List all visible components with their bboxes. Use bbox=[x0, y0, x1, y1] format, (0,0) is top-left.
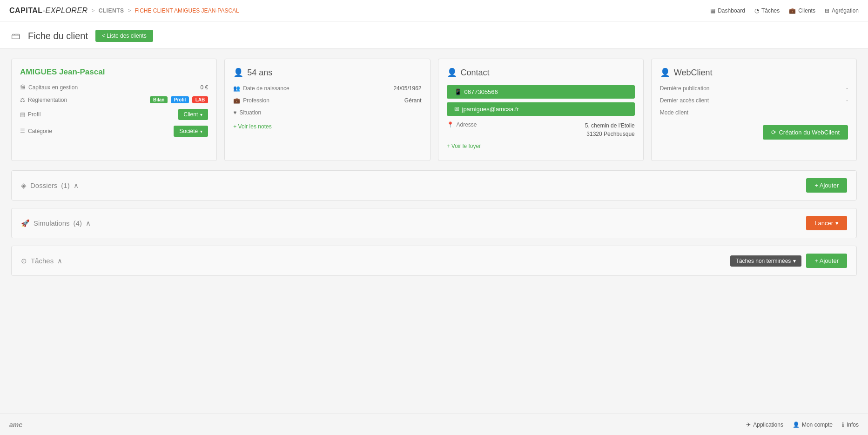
reglementation-icon: ⚖ bbox=[20, 97, 25, 103]
capitaux-label-text: Capitaux en gestion bbox=[28, 84, 78, 91]
infos-icon: ℹ bbox=[842, 422, 844, 428]
webclient-icon: 👤 bbox=[660, 67, 670, 78]
page-title: Fiche du client bbox=[28, 31, 88, 41]
btn-mon-compte[interactable]: 👤 Mon compte bbox=[793, 422, 833, 428]
page-header: 🗃 Fiche du client < Liste des clients bbox=[0, 21, 868, 49]
btn-add-dossier[interactable]: + Ajouter bbox=[806, 178, 847, 193]
badge-profil: Profil bbox=[171, 96, 189, 103]
profil-dropdown[interactable]: Client ▾ bbox=[178, 109, 209, 120]
btn-add-tache[interactable]: + Ajouter bbox=[806, 254, 847, 268]
btn-filter-taches[interactable]: Tâches non terminées ▾ bbox=[730, 255, 802, 267]
address-label-text: Adresse bbox=[457, 121, 477, 128]
nav-clients[interactable]: 💼 Clients bbox=[789, 7, 815, 14]
simulations-header: 🚀 Simulations (4) ∧ Lancer ▾ bbox=[12, 208, 856, 238]
simulations-collapse-icon[interactable]: ∧ bbox=[86, 219, 91, 228]
share-icon: ⟳ bbox=[771, 129, 776, 136]
btn-voir-foyer[interactable]: + Voir le foyer bbox=[447, 143, 635, 149]
address-value: 5, chemin de l'Etoile 31320 Pechbusque bbox=[585, 121, 635, 138]
breadcrumb-current: FICHE CLIENT AMIGUES JEAN-PASCAL bbox=[135, 7, 239, 14]
amc-logo: amc bbox=[9, 421, 22, 428]
applications-icon: ✈ bbox=[746, 422, 751, 428]
applications-label: Applications bbox=[753, 422, 783, 428]
btn-applications[interactable]: ✈ Applications bbox=[746, 422, 783, 428]
btn-list-label: < Liste des clients bbox=[102, 33, 147, 39]
dossiers-title-text: Dossiers bbox=[30, 181, 57, 189]
webclient-title-text: WebClient bbox=[674, 68, 713, 78]
categorie-icon: ☰ bbox=[20, 128, 25, 134]
situation-label-text: Situation bbox=[239, 109, 261, 116]
reglementation-label: ⚖ Réglementation bbox=[20, 97, 67, 103]
btn-launch-simulation[interactable]: Lancer ▾ bbox=[806, 216, 847, 230]
webclient-title: 👤 WebClient bbox=[660, 67, 848, 78]
taches-title: ⊙ Tâches ∧ bbox=[21, 257, 62, 265]
categorie-dropdown[interactable]: Société ▾ bbox=[174, 126, 208, 137]
simulations-section: 🚀 Simulations (4) ∧ Lancer ▾ bbox=[11, 208, 857, 238]
nav-taches-label: Tâches bbox=[761, 7, 780, 14]
taches-section: ⊙ Tâches ∧ Tâches non terminées ▾ + Ajou… bbox=[11, 246, 857, 276]
profession-label: 💼 Profession bbox=[233, 97, 269, 104]
nav-agregation[interactable]: ⊞ Agrégation bbox=[825, 7, 859, 14]
nav-taches[interactable]: ◔ Tâches bbox=[754, 7, 780, 14]
situation-row: ♥ Situation bbox=[233, 109, 421, 116]
derniere-pub-row: Dernière publication - bbox=[660, 85, 848, 92]
btn-voir-notes[interactable]: + Voir les notes bbox=[233, 123, 421, 130]
phone-icon: 📱 bbox=[454, 88, 462, 95]
card-age: 👤 54 ans 👥 Date de naissance 24/05/1962 … bbox=[224, 59, 430, 161]
location-icon: 📍 bbox=[447, 121, 454, 128]
foyer-row: + Voir le foyer bbox=[447, 143, 635, 149]
derniere-pub-value: - bbox=[846, 85, 848, 92]
dernier-acces-value: - bbox=[846, 97, 848, 104]
dernier-acces-row: Dernier accès client - bbox=[660, 97, 848, 104]
btn-launch-label: Lancer bbox=[814, 220, 833, 227]
dob-label: 👥 Date de naissance bbox=[233, 85, 289, 92]
profil-chevron-icon: ▾ bbox=[200, 112, 202, 117]
clock-icon: ◔ bbox=[754, 7, 759, 14]
situation-icon: ♥ bbox=[233, 109, 236, 116]
nav-dashboard-label: Dashboard bbox=[718, 7, 745, 14]
dossiers-count: (1) bbox=[61, 181, 69, 189]
categorie-label: ☰ Catégorie bbox=[20, 128, 52, 134]
profession-value: Gérant bbox=[404, 97, 422, 104]
filter-chevron-icon: ▾ bbox=[793, 258, 796, 264]
situation-label: ♥ Situation bbox=[233, 109, 261, 116]
taches-icon: ⊙ bbox=[21, 257, 27, 265]
profession-row: 💼 Profession Gérant bbox=[233, 97, 421, 104]
nav-agregation-label: Agrégation bbox=[832, 7, 859, 14]
btn-email[interactable]: ✉ jpamigues@amcsa.fr bbox=[447, 102, 635, 116]
dossiers-title: ◈ Dossiers (1) ∧ bbox=[21, 181, 79, 190]
btn-list-clients[interactable]: < Liste des clients bbox=[95, 30, 153, 42]
dossiers-header: ◈ Dossiers (1) ∧ + Ajouter bbox=[12, 171, 856, 200]
simulations-icon: 🚀 bbox=[21, 219, 30, 228]
btn-create-webclient[interactable]: ⟳ Création du WebClient bbox=[763, 125, 848, 140]
dossiers-collapse-icon[interactable]: ∧ bbox=[74, 181, 79, 190]
categorie-chevron-icon: ▾ bbox=[200, 129, 202, 134]
profil-value: Client bbox=[184, 111, 198, 118]
dob-label-text: Date de naissance bbox=[243, 85, 289, 92]
breadcrumb-clients[interactable]: CLIENTS bbox=[99, 7, 124, 14]
top-nav-right: ▦ Dashboard ◔ Tâches 💼 Clients ⊞ Agrégat… bbox=[710, 7, 859, 14]
taches-header: ⊙ Tâches ∧ Tâches non terminées ▾ + Ajou… bbox=[12, 246, 856, 275]
foyer-link-text: + Voir le foyer bbox=[447, 143, 481, 149]
address-row: 📍 Adresse 5, chemin de l'Etoile 31320 Pe… bbox=[447, 121, 635, 138]
briefcase-icon: 💼 bbox=[789, 7, 796, 14]
person-icon: 👤 bbox=[233, 67, 243, 78]
notes-link-text: + Voir les notes bbox=[233, 123, 271, 130]
phone-value: 0677305566 bbox=[464, 88, 498, 95]
profession-icon: 💼 bbox=[233, 97, 240, 104]
taches-collapse-icon[interactable]: ∧ bbox=[57, 257, 62, 265]
client-name: AMIGUES Jean-Pascal bbox=[20, 67, 208, 77]
categorie-row: ☰ Catégorie Société ▾ bbox=[20, 126, 208, 137]
btn-phone[interactable]: 📱 0677305566 bbox=[447, 85, 635, 99]
btn-filter-label: Tâches non terminées bbox=[736, 258, 791, 264]
mode-client-label: Mode client bbox=[660, 109, 688, 116]
profil-row: ▤ Profil Client ▾ bbox=[20, 109, 208, 120]
address-line2: 31320 Pechbusque bbox=[585, 130, 635, 138]
btn-add-tache-label: + Ajouter bbox=[814, 257, 839, 264]
btn-infos[interactable]: ℹ Infos bbox=[842, 422, 859, 428]
simulations-title: 🚀 Simulations (4) ∧ bbox=[21, 219, 91, 228]
dashboard-icon: ▦ bbox=[710, 7, 715, 14]
nav-dashboard[interactable]: ▦ Dashboard bbox=[710, 7, 745, 14]
compte-icon: 👤 bbox=[793, 422, 800, 428]
age-title: 👤 54 ans bbox=[233, 67, 421, 78]
contact-title-text: Contact bbox=[461, 68, 490, 78]
